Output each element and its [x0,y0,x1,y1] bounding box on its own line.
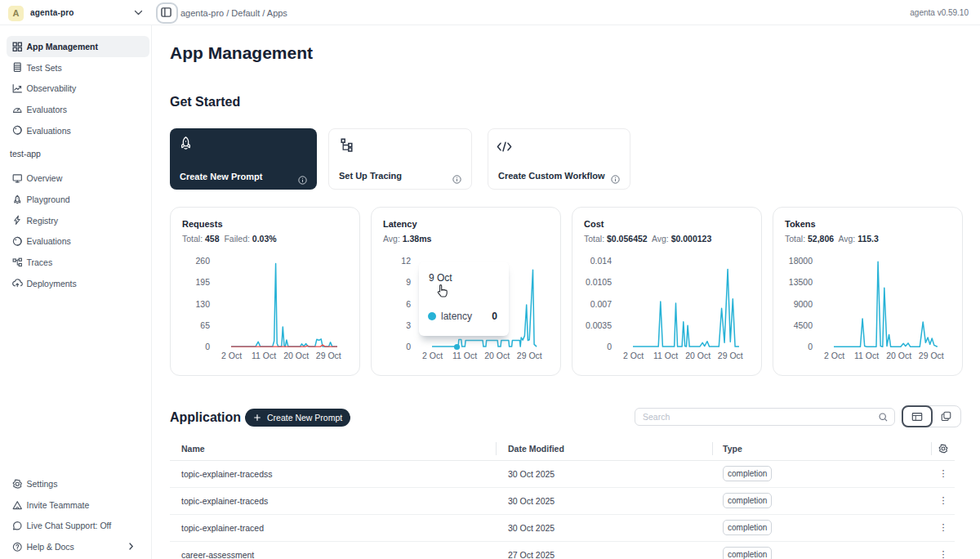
svg-text:11 Oct: 11 Oct [252,351,276,360]
svg-text:20 Oct: 20 Oct [283,351,309,360]
svg-text:9000: 9000 [794,299,813,309]
svg-text:29 Oct: 29 Oct [919,351,944,360]
svg-text:29 Oct: 29 Oct [316,351,341,360]
svg-text:0.014: 0.014 [590,256,612,266]
svg-text:18000: 18000 [789,256,813,266]
svg-text:4500: 4500 [794,320,813,330]
svg-text:2 Oct: 2 Oct [623,351,644,360]
svg-text:65: 65 [200,320,210,330]
svg-text:3: 3 [406,320,411,330]
svg-text:2 Oct: 2 Oct [824,351,844,360]
svg-text:0.007: 0.007 [590,299,612,309]
svg-text:9: 9 [406,277,411,287]
svg-text:29 Oct: 29 Oct [718,351,743,360]
svg-text:0: 0 [808,342,813,351]
svg-text:13500: 13500 [789,277,813,287]
svg-text:20 Oct: 20 Oct [685,351,710,360]
svg-text:0: 0 [205,342,210,351]
svg-text:260: 260 [195,256,210,266]
svg-text:0: 0 [406,342,411,351]
svg-text:11 Oct: 11 Oct [854,351,879,360]
svg-text:0.0105: 0.0105 [586,277,612,287]
svg-text:195: 195 [195,277,210,287]
svg-text:12: 12 [401,256,411,266]
svg-text:130: 130 [195,299,210,309]
svg-text:0.0035: 0.0035 [586,320,612,330]
svg-text:29 Oct: 29 Oct [517,351,542,360]
svg-text:11 Oct: 11 Oct [653,351,678,360]
svg-text:20 Oct: 20 Oct [484,351,510,360]
svg-text:11 Oct: 11 Oct [452,351,477,360]
svg-text:2 Oct: 2 Oct [221,351,242,360]
svg-text:6: 6 [406,299,411,309]
svg-text:0: 0 [607,342,612,351]
svg-text:20 Oct: 20 Oct [886,351,911,360]
svg-text:2 Oct: 2 Oct [422,351,443,360]
